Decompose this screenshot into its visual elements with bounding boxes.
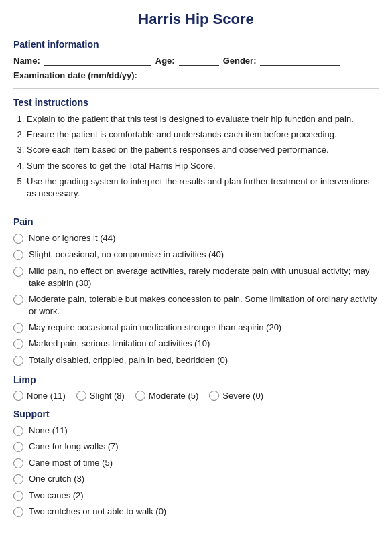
support-option-1: Cane for long walks (7) <box>13 441 379 453</box>
pain-label-2: Mild pain, no effect on average activiti… <box>29 265 379 289</box>
limp-label-2: Moderate (5) <box>149 391 198 401</box>
pain-label-3: Moderate pain, tolerable but makes conce… <box>29 293 379 318</box>
age-label: Age: <box>155 56 175 66</box>
date-label: Examination date (mm/dd/yy): <box>13 70 137 80</box>
pain-radio-6[interactable] <box>13 356 23 366</box>
limp-label-1: Slight (8) <box>90 391 125 401</box>
patient-name-row: Name: Age: Gender: <box>13 55 379 66</box>
support-option-5: Two crutches or not able to walk (0) <box>13 506 379 518</box>
pain-option-4: May require occasional pain medication s… <box>13 322 379 334</box>
divider-1 <box>13 88 379 89</box>
instructions-list: Explain to the patient that this test is… <box>13 113 379 200</box>
age-input[interactable] <box>179 55 219 66</box>
pain-option-2: Mild pain, no effect on average activiti… <box>13 265 379 289</box>
support-label-5: Two crutches or not able to walk (0) <box>29 506 166 518</box>
pain-radio-2[interactable] <box>13 267 23 277</box>
divider-2 <box>13 208 379 208</box>
support-radio-0[interactable] <box>13 426 23 436</box>
instruction-item: Score each item based on the patient's r… <box>27 144 379 156</box>
pain-option-6: Totally disabled, crippled, pain in bed,… <box>13 354 379 366</box>
limp-radio-2[interactable] <box>135 391 145 401</box>
instructions-section: Test instructions Explain to the patient… <box>13 97 379 200</box>
limp-option-3: Severe (0) <box>209 391 263 401</box>
pain-label-1: Slight, occasional, no compromise in act… <box>29 249 224 261</box>
limp-radio-3[interactable] <box>209 391 219 401</box>
support-radio-2[interactable] <box>13 458 23 468</box>
limp-header: Limp <box>13 374 379 385</box>
limp-option-0: None (11) <box>13 391 66 401</box>
instruction-item: Sum the scores to get the Total Harris H… <box>27 160 379 172</box>
pain-section: Pain None or ignores it (44) Slight, occ… <box>13 216 379 366</box>
name-input[interactable] <box>44 55 151 66</box>
support-label-0: None (11) <box>29 425 68 437</box>
exam-date-row: Examination date (mm/dd/yy): <box>13 70 379 80</box>
support-option-2: Cane most of time (5) <box>13 457 379 469</box>
limp-radio-0[interactable] <box>13 391 23 401</box>
pain-label-5: Marked pain, serious limitation of activ… <box>29 338 210 350</box>
support-radio-5[interactable] <box>13 507 23 517</box>
patient-info-section: Patient information Name: Age: Gender: E… <box>13 39 379 80</box>
limp-option-1: Slight (8) <box>76 391 125 401</box>
pain-label-0: None or ignores it (44) <box>29 232 115 245</box>
pain-header: Pain <box>13 216 379 227</box>
support-label-3: One crutch (3) <box>29 473 84 485</box>
support-option-4: Two canes (2) <box>13 490 379 502</box>
pain-label-6: Totally disabled, crippled, pain in bed,… <box>29 354 228 366</box>
support-option-3: One crutch (3) <box>13 473 379 485</box>
instruction-item: Ensure the patient is comfortable and un… <box>27 129 379 141</box>
pain-radio-4[interactable] <box>13 323 23 333</box>
pain-radio-5[interactable] <box>13 339 23 349</box>
limp-label-3: Severe (0) <box>222 391 263 401</box>
limp-options-row: None (11) Slight (8) Moderate (5) Severe… <box>13 391 379 401</box>
pain-option-5: Marked pain, serious limitation of activ… <box>13 338 379 350</box>
date-input[interactable] <box>141 70 342 80</box>
page-title: Harris Hip Score <box>13 11 379 28</box>
instruction-item: Use the grading system to interpret the … <box>27 176 379 200</box>
instruction-item: Explain to the patient that this test is… <box>27 113 379 125</box>
pain-option-1: Slight, occasional, no compromise in act… <box>13 249 379 261</box>
gender-label: Gender: <box>223 56 257 66</box>
limp-label-0: None (11) <box>27 391 66 401</box>
support-header: Support <box>13 409 379 419</box>
pain-option-3: Moderate pain, tolerable but makes conce… <box>13 293 379 318</box>
pain-radio-0[interactable] <box>13 234 23 244</box>
limp-option-2: Moderate (5) <box>135 391 198 401</box>
support-radio-1[interactable] <box>13 442 23 452</box>
pain-radio-1[interactable] <box>13 250 23 260</box>
name-label: Name: <box>13 56 40 66</box>
support-label-4: Two canes (2) <box>29 490 84 502</box>
support-radio-3[interactable] <box>13 474 23 484</box>
limp-radio-1[interactable] <box>76 391 86 401</box>
limp-section: Limp None (11) Slight (8) Moderate (5) S… <box>13 374 379 401</box>
pain-option-0: None or ignores it (44) <box>13 232 379 245</box>
support-section: Support None (11) Cane for long walks (7… <box>13 409 379 518</box>
patient-info-header: Patient information <box>13 39 379 50</box>
support-label-1: Cane for long walks (7) <box>29 441 119 453</box>
instructions-header: Test instructions <box>13 97 379 108</box>
support-option-0: None (11) <box>13 425 379 437</box>
support-label-2: Cane most of time (5) <box>29 457 113 469</box>
pain-radio-3[interactable] <box>13 295 23 305</box>
gender-input[interactable] <box>260 55 340 66</box>
pain-label-4: May require occasional pain medication s… <box>29 322 281 334</box>
support-radio-4[interactable] <box>13 491 23 501</box>
